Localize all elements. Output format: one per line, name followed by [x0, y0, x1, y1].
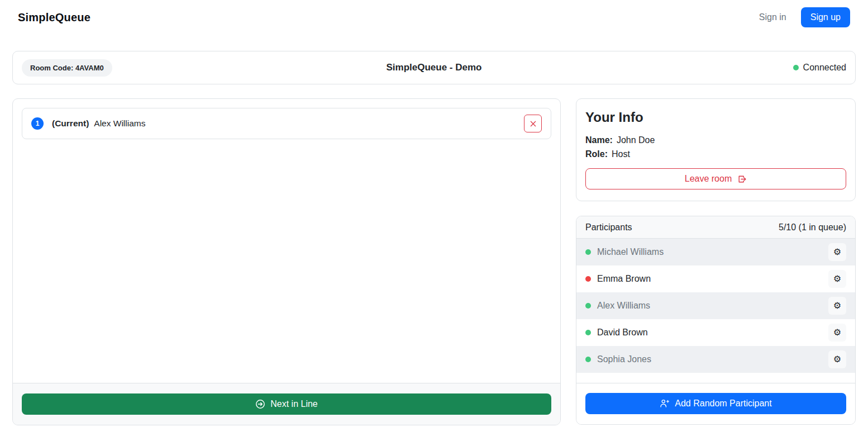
page-container: Room Code: 4AVAM0 SimpleQueue - Demo Con… — [0, 51, 868, 441]
participants-list: Michael Williams⚙Emma Brown⚙Alex William… — [576, 239, 855, 373]
name-label: Name: — [585, 135, 613, 145]
queue-item-prefix: (Current) — [52, 118, 89, 129]
add-random-participant-button[interactable]: Add Random Participant — [585, 393, 846, 414]
arrow-right-circle-icon — [255, 399, 265, 409]
participant-row: Sophia Jones⚙ — [576, 346, 855, 373]
participant-name: Sophia Jones — [597, 354, 651, 364]
box-arrow-right-icon — [737, 174, 747, 184]
gear-icon: ⚙ — [833, 355, 841, 364]
person-plus-icon — [660, 399, 670, 409]
participant-status-dot — [585, 303, 591, 309]
participant-status-dot — [585, 357, 591, 362]
content: 1(Current)Alex Williams Next in Line You… — [12, 98, 856, 441]
x-icon — [530, 120, 537, 127]
participants-footer: Add Random Participant — [576, 383, 855, 424]
right-column: Your Info Name:John Doe Role:Host Leave … — [576, 98, 856, 425]
participant-row: Alex Williams⚙ — [576, 292, 855, 319]
sign-in-link[interactable]: Sign in — [759, 12, 786, 22]
participant-settings-button[interactable]: ⚙ — [828, 324, 846, 342]
participant-settings-button[interactable]: ⚙ — [828, 243, 846, 261]
connection-status: Connected — [793, 63, 846, 73]
participant-row: David Brown⚙ — [576, 319, 855, 346]
gear-icon: ⚙ — [833, 274, 841, 283]
queue-panel: 1(Current)Alex Williams Next in Line — [12, 98, 561, 425]
add-random-participant-label: Add Random Participant — [675, 399, 771, 409]
room-header-bar: Room Code: 4AVAM0 SimpleQueue - Demo Con… — [12, 51, 856, 84]
your-info-title: Your Info — [585, 110, 846, 125]
connection-status-dot — [793, 65, 799, 70]
room-title: SimpleQueue - Demo — [387, 62, 482, 73]
leave-room-label: Leave room — [685, 174, 732, 184]
leave-room-button[interactable]: Leave room — [585, 168, 846, 189]
connection-status-label: Connected — [803, 63, 846, 73]
name-value: John Doe — [617, 135, 655, 145]
participants-spacer — [576, 373, 855, 383]
participant-row: Emma Brown⚙ — [576, 265, 855, 292]
participant-settings-button[interactable]: ⚙ — [828, 297, 846, 315]
participants-card: Participants 5/10 (1 in queue) Michael W… — [576, 216, 856, 425]
role-label: Role: — [585, 149, 608, 159]
queue-item-name: Alex Williams — [94, 118, 145, 129]
app-brand: SimpleQueue — [18, 11, 90, 24]
role-value: Host — [612, 149, 630, 159]
gear-icon: ⚙ — [833, 301, 841, 310]
participant-status-dot — [585, 249, 591, 255]
participant-settings-button[interactable]: ⚙ — [828, 350, 846, 368]
next-in-line-label: Next in Line — [270, 399, 318, 409]
your-info-card: Your Info Name:John Doe Role:Host Leave … — [576, 98, 856, 201]
participant-status-dot — [585, 276, 591, 282]
participants-header: Participants 5/10 (1 in queue) — [576, 216, 855, 239]
participants-count: 5/10 (1 in queue) — [779, 222, 846, 233]
participant-settings-button[interactable]: ⚙ — [828, 270, 846, 288]
participant-status-dot — [585, 330, 591, 335]
next-in-line-button[interactable]: Next in Line — [22, 393, 551, 415]
navbar-actions: Sign in Sign up — [759, 7, 850, 27]
participants-title: Participants — [585, 222, 632, 233]
participant-name: Michael Williams — [597, 247, 664, 257]
gear-icon: ⚙ — [833, 248, 841, 257]
your-info-name-line: Name:John Doe — [585, 135, 846, 145]
navbar: SimpleQueue Sign in Sign up — [0, 0, 868, 35]
participant-row: Michael Williams⚙ — [576, 239, 855, 265]
queue-item: 1(Current)Alex Williams — [22, 108, 551, 139]
participant-name: Emma Brown — [597, 274, 651, 284]
participant-name: Alex Williams — [597, 301, 650, 311]
remove-from-queue-button[interactable] — [524, 115, 542, 132]
your-info-role-line: Role:Host — [585, 149, 846, 159]
queue-position-badge: 1 — [31, 117, 44, 130]
sign-up-button[interactable]: Sign up — [801, 7, 850, 27]
queue-list: 1(Current)Alex Williams — [13, 99, 560, 383]
queue-panel-footer: Next in Line — [13, 383, 560, 425]
gear-icon: ⚙ — [833, 328, 841, 337]
room-code-badge: Room Code: 4AVAM0 — [22, 59, 112, 77]
participant-name: David Brown — [597, 328, 648, 338]
